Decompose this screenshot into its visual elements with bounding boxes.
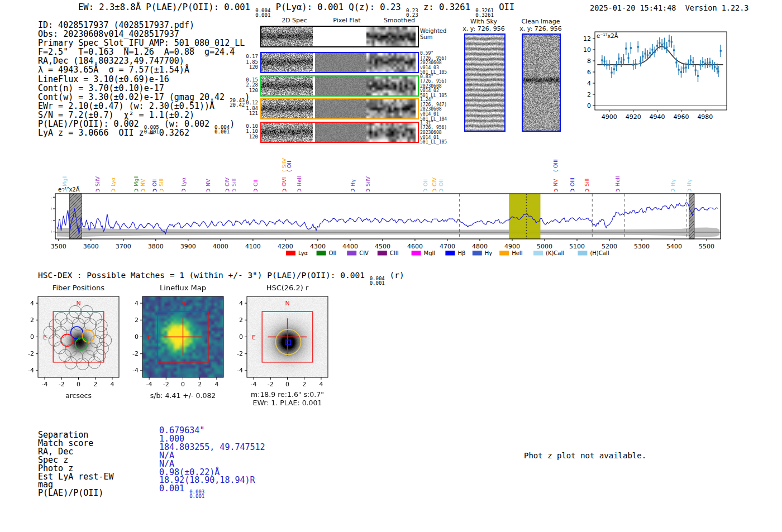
svg-text:4940: 4940 (650, 113, 665, 121)
detection-report-page: { "header": { "summary_segments": [ {"t"… (0, 0, 782, 532)
svg-text:4500: 4500 (375, 243, 390, 250)
hsc-caption-2: EWr: 1. PLAE: 0.001 (230, 399, 345, 407)
emission-line-label: MgII (61, 175, 68, 186)
text-segment: LyA z = 3.0666 OII z = 0.3262 (38, 128, 189, 138)
svg-text:2: 2 (30, 317, 34, 324)
spec2d-row-left-labels: 0.171.85120 (244, 54, 258, 70)
text-segment: z: 0.3261 (418, 2, 476, 12)
with-sky-image (464, 33, 506, 132)
spec2d-row-pixelflat-image (315, 99, 366, 118)
svg-text:3700: 3700 (116, 243, 131, 250)
lineflux-map-panel: Lineflux MapNE-4-4-2-2002244s/b: 4.41 +/… (126, 282, 240, 402)
svg-text:-2: -2 (268, 381, 274, 388)
svg-text:4700: 4700 (440, 243, 455, 250)
spec2d-col-header-smoothed: Smoothed (374, 17, 425, 24)
emission-line-label: OVI (281, 177, 287, 186)
svg-text:5300: 5300 (634, 243, 650, 250)
clean-image-canvas (523, 35, 560, 131)
spec2d-row-2dspec-image (261, 76, 313, 95)
spec2d-row-right-labels: 0.83"(726, 956)20230608v014_02501_LL_105 (420, 75, 459, 99)
svg-text:4800: 4800 (472, 243, 488, 250)
svg-text:0: 0 (77, 381, 80, 388)
legend-item-label: OII (329, 250, 337, 256)
spec2d-col-header-2dspec: 2D Spec (269, 17, 320, 24)
east-label: E (43, 334, 47, 341)
svg-text:-2: -2 (59, 381, 65, 388)
timestamp: 2025-01-20 15:41:48 (590, 3, 676, 12)
emission-line-label: Hγ (350, 179, 356, 186)
text-segment: OII (494, 2, 514, 12)
spec2d-row-smoothed-image (366, 99, 416, 118)
svg-text:0: 0 (181, 381, 185, 388)
clean-image-coords: x, y: 726, 956 (516, 25, 565, 32)
emission-line-label: SiIV (365, 176, 371, 186)
legend-item-label: (H)CaII (590, 250, 609, 256)
legend-item-label: HeII (512, 250, 523, 256)
svg-text:4900: 4900 (504, 243, 520, 250)
legend-item-label: Lyα (298, 250, 308, 256)
emission-line-label: OII (151, 179, 158, 186)
frac-part: 0.001 (214, 130, 230, 134)
emission-line-label: SiII (584, 179, 590, 186)
emission-line-label: SiII (231, 179, 237, 186)
match-table-value: 184.803255, 49.747512 (159, 443, 265, 452)
info-line-11: S/N = 7.2(±0.7) χ² = 1.1(±0.2) (38, 111, 250, 119)
spec2d-row-right-labels: 1.31"(726, 956)20230608v014_01501_LL_105 (420, 121, 459, 145)
with-sky-coords: x, y: 726, 956 (459, 25, 508, 32)
spec2d-row-right-labels: 0.59"(726, 956)20230608v014_03501_LL_105 (420, 51, 459, 75)
text-segment: HSC-DEX : Possible Matches = 1 (within +… (38, 271, 370, 280)
spec2d-row-left-labels: 0.121.84121 (244, 100, 258, 117)
text-segment: 184.803255, 49.747512 (159, 442, 265, 452)
lineflux-caption: s/b: 4.41 +/- 0.082 (126, 391, 240, 400)
legend-item-label: CIV (359, 250, 369, 256)
match-table-value: 0.001 0.0030.001 (159, 485, 265, 499)
emission-line-label: ( OII (286, 161, 292, 172)
spec2d-row-smoothed-image (366, 76, 416, 95)
emission-line-label: MgII (133, 175, 139, 186)
spec2d-row-pixelflat-image (315, 123, 366, 142)
info-line-1: ID: 4028517937 (4028517937.pdf) (38, 21, 250, 30)
spec2d-row-2dspec-image (261, 99, 313, 118)
hsc-caption-1: m:18.9 re:1.6" s:0.7" (230, 390, 345, 399)
svg-text:0: 0 (135, 333, 139, 341)
with-sky-title: With Sky x, y: 726, 956 (459, 18, 508, 32)
with-sky-canvas (465, 35, 504, 131)
spec2d-row-right-labels: 1.24"(726, 947)20230608v014_01501_LL_104 (420, 98, 459, 122)
legend-item-label: MgII (424, 250, 436, 256)
svg-text:5000: 5000 (537, 243, 552, 250)
svg-text:4980: 4980 (697, 113, 713, 121)
svg-text:4: 4 (110, 381, 114, 388)
cutout-overlay: NE-4-4-2-2002244 (230, 282, 345, 402)
svg-text:-4: -4 (132, 367, 139, 374)
spec2d-row (260, 52, 419, 73)
svg-text:2: 2 (302, 381, 306, 388)
svg-text:3500: 3500 (51, 243, 66, 250)
svg-text:15: 15 (51, 194, 52, 201)
svg-text:-4: -4 (146, 381, 152, 388)
legend-item-label: Hγ (485, 250, 493, 256)
info-line-8: Cont(n) = 3.70(±0.10)e-17 (38, 84, 250, 93)
svg-text:5100: 5100 (569, 243, 585, 250)
svg-text:2: 2 (239, 317, 243, 324)
info-line-4: F=2.5" T=0.163 N=1.26 A=0.88 g=24.4 (38, 47, 250, 56)
row-weight-label: 121 (244, 111, 258, 117)
svg-text:4: 4 (319, 381, 323, 388)
svg-text:3800: 3800 (148, 243, 164, 250)
clean-image-title-line: Clean Image (516, 18, 565, 25)
svg-text:4300: 4300 (310, 243, 326, 250)
legend-item-label: (K)CaII (546, 250, 564, 256)
spec2d-row-2dspec-image (261, 27, 313, 46)
emission-line-label: SiIV (94, 176, 101, 186)
weighted-sum-label: WeightedSum (420, 28, 446, 40)
svg-text:3600: 3600 (83, 243, 99, 250)
stacked-error-value: 0.0030.001 (189, 490, 204, 499)
photz-note: Phot z plot not available. (524, 451, 646, 460)
svg-text:10: 10 (583, 46, 591, 54)
spec2d-row (260, 26, 419, 47)
north-label: N (285, 300, 289, 307)
legend-item-label: Hβ (457, 250, 465, 256)
emission-line-label: CII (252, 180, 259, 186)
spec2d-col-header-pixelflat: Pixel Flat (322, 17, 372, 24)
emission-line-label: NV (205, 179, 211, 186)
spec2d-row-smoothed-image (366, 123, 416, 142)
